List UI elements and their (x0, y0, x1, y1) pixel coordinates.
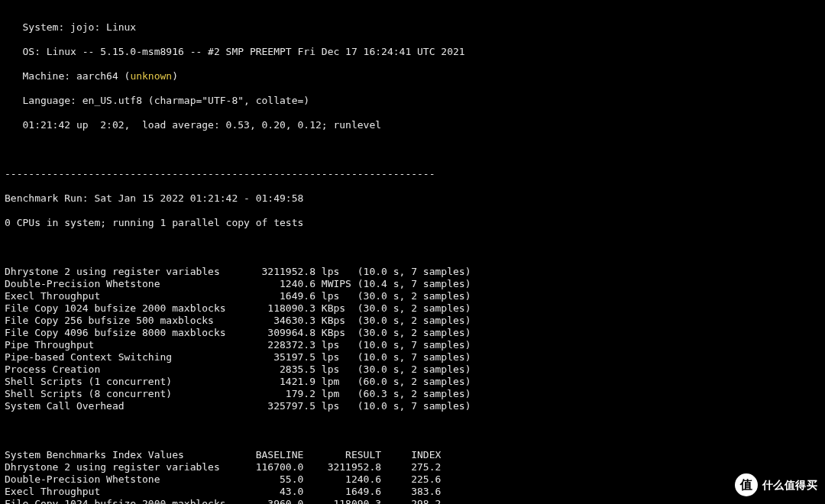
blank (5, 241, 820, 254)
result-row: Double-Precision Whetstone 1240.6 MWIPS … (5, 278, 820, 290)
result-row: File Copy 4096 bufsize 8000 maxblocks 30… (5, 327, 820, 339)
index-row: Dhrystone 2 using register variables 116… (5, 461, 820, 473)
index-row: File Copy 1024 bufsize 2000 maxblocks 39… (5, 498, 820, 504)
language-line: Language: en_US.utf8 (charmap="UTF-8", c… (5, 95, 820, 107)
machine-line: Machine: aarch64 (unknown) (5, 70, 820, 82)
terminal-output: System: jojo: Linux OS: Linux -- 5.15.0-… (0, 0, 825, 504)
run-title: Benchmark Run: Sat Jan 15 2022 01:21:42 … (5, 192, 820, 205)
blank (5, 144, 820, 156)
machine-suffix: ) (172, 70, 178, 82)
result-row: File Copy 256 bufsize 500 maxblocks 3463… (5, 315, 820, 327)
result-row: Shell Scripts (8 concurrent) 179.2 lpm (… (5, 388, 820, 400)
run-cpus: 0 CPUs in system; running 1 parallel cop… (5, 217, 820, 229)
result-row: Execl Throughput 1649.6 lps (30.0 s, 2 s… (5, 290, 820, 302)
watermark: 值 什么值得买 (735, 473, 818, 496)
system-line: System: jojo: Linux (5, 21, 820, 34)
index-block: System Benchmarks Index Values BASELINE … (5, 449, 820, 504)
result-row: Dhrystone 2 using register variables 321… (5, 266, 820, 278)
result-row: Process Creation 2835.5 lps (30.0 s, 2 s… (5, 363, 820, 376)
divider: ----------------------------------------… (5, 168, 820, 180)
result-row: File Copy 1024 bufsize 2000 maxblocks 11… (5, 302, 820, 315)
index-row: Execl Throughput 43.0 1649.6 383.6 (5, 486, 820, 498)
result-row: Pipe Throughput 228372.3 lps (10.0 s, 7 … (5, 339, 820, 351)
blank (5, 425, 820, 437)
machine-prefix: Machine: aarch64 ( (5, 70, 130, 82)
index-header: System Benchmarks Index Values BASELINE … (5, 449, 820, 461)
result-row: System Call Overhead 325797.5 lps (10.0 … (5, 400, 820, 412)
watermark-badge-icon: 值 (735, 473, 758, 496)
result-row: Pipe-based Context Switching 35197.5 lps… (5, 351, 820, 363)
results-block: Dhrystone 2 using register variables 321… (5, 266, 820, 412)
result-row: Shell Scripts (1 concurrent) 1421.9 lpm … (5, 376, 820, 388)
index-row: Double-Precision Whetstone 55.0 1240.6 2… (5, 473, 820, 486)
machine-unknown: unknown (130, 70, 172, 82)
watermark-text: 什么值得买 (762, 479, 818, 491)
os-line: OS: Linux -- 5.15.0-msm8916 -- #2 SMP PR… (5, 46, 820, 58)
uptime-line: 01:21:42 up 2:02, load average: 0.53, 0.… (5, 119, 820, 131)
